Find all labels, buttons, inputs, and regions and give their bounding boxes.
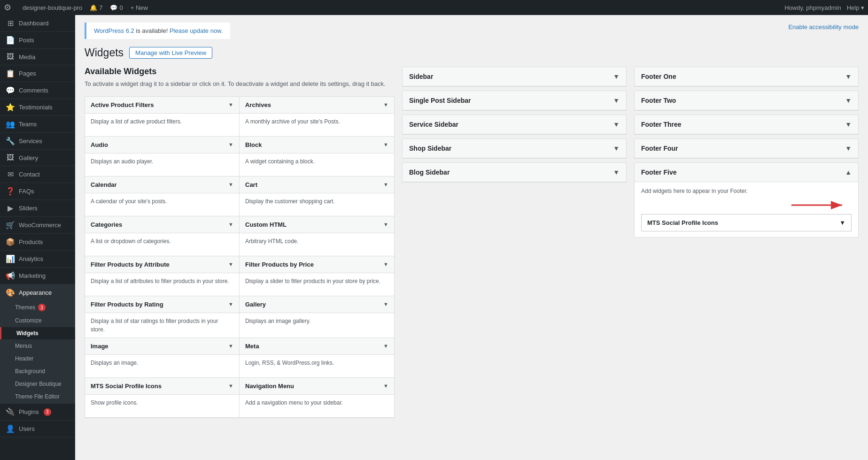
accessibility-mode-link[interactable]: Enable accessibility mode <box>788 23 859 31</box>
sidebar-area-footer-one: Footer One ▼ <box>634 67 859 87</box>
widget-cart-desc: Display the customer shopping cart. <box>240 193 394 216</box>
sidebar-item-products[interactable]: 📦 Products <box>0 234 75 251</box>
chevron-down-icon: ▼ <box>613 97 620 104</box>
sidebars-right-col: Footer One ▼ Footer Two ▼ Footer Three <box>634 67 859 238</box>
widget-gallery-desc: Displays an image gallery. <box>240 313 394 336</box>
chevron-down-icon: ▼ <box>228 142 233 147</box>
widget-navigation-menu-header[interactable]: Navigation Menu ▼ <box>240 378 394 395</box>
widget-image-header[interactable]: Image ▼ <box>85 338 239 355</box>
widget-categories: Categories ▼ A list or dropdown of categ… <box>85 216 240 256</box>
sidebar-item-media[interactable]: 🖼 Media <box>0 49 75 65</box>
widget-mts-social-header[interactable]: MTS Social Profile Icons ▼ <box>85 378 239 395</box>
comments-item[interactable]: 💬 0 <box>110 4 123 11</box>
widget-cart-header[interactable]: Cart ▼ <box>240 176 394 193</box>
widget-filter-attribute: Filter Products by Attribute ▼ Display a… <box>85 256 240 296</box>
main-menu: ⊞ Dashboard 📄 Posts 🖼 Media 📋 Pages 💬 Co… <box>0 15 75 437</box>
mts-social-widget-in-footer-five[interactable]: MTS Social Profile Icons ▼ <box>641 214 852 231</box>
chevron-down-icon: ▼ <box>383 261 388 267</box>
sidebar-item-pages[interactable]: 📋 Pages <box>0 65 75 82</box>
widget-custom-html: Custom HTML ▼ Arbitrary HTML code. <box>240 216 394 256</box>
submenu-menus[interactable]: Menus <box>0 340 75 353</box>
update-link[interactable]: Please update now. <box>170 27 223 34</box>
sidebar-header-blog[interactable]: Blog Sidebar ▼ <box>403 163 626 182</box>
chevron-down-icon: ▼ <box>383 182 388 187</box>
sidebar-item-appearance[interactable]: 🎨 Appearance Themes 3 Customize Widgets … <box>0 284 75 404</box>
sidebar-header-footer-one[interactable]: Footer One ▼ <box>635 67 858 86</box>
available-widgets-desc: To activate a widget drag it to a sideba… <box>85 79 395 89</box>
new-content-item[interactable]: + New <box>131 4 148 11</box>
sidebar-item-services[interactable]: 🔧 Services <box>0 133 75 150</box>
submenu-theme-file-editor[interactable]: Theme File Editor <box>0 391 75 403</box>
widget-filter-rating: Filter Products by Rating ▼ Display a li… <box>85 296 240 338</box>
widget-active-product-filters: Active Product Filters ▼ Display a list … <box>85 97 240 137</box>
chevron-down-icon: ▼ <box>845 145 852 152</box>
widget-filter-attribute-header[interactable]: Filter Products by Attribute ▼ <box>85 256 239 273</box>
widget-audio-header[interactable]: Audio ▼ <box>85 137 239 153</box>
sidebar-header-footer-three[interactable]: Footer Three ▼ <box>635 115 858 134</box>
sidebar-item-contact[interactable]: ✉ Contact <box>0 166 75 183</box>
widget-calendar-header[interactable]: Calendar ▼ <box>85 176 239 193</box>
notice-text: is available! <box>134 27 168 34</box>
page-title: Widgets <box>85 46 124 59</box>
widget-filter-rating-header[interactable]: Filter Products by Rating ▼ <box>85 296 239 313</box>
submenu-themes[interactable]: Themes 3 <box>0 301 75 314</box>
wp-version-link[interactable]: WordPress 6.2 <box>94 27 134 34</box>
submenu-header[interactable]: Header <box>0 353 75 365</box>
chevron-down-icon: ▼ <box>383 142 388 147</box>
chevron-down-icon: ▼ <box>228 102 233 107</box>
widget-cart: Cart ▼ Display the customer shopping car… <box>240 176 394 216</box>
sidebar-item-teams[interactable]: 👥 Teams <box>0 116 75 133</box>
sidebars-section: Sidebar ▼ Single Post Sidebar ▼ Service … <box>402 67 859 238</box>
widget-calendar-desc: A calendar of your site's posts. <box>85 193 239 216</box>
submenu-designer-boutique[interactable]: Designer Boutique <box>0 378 75 391</box>
sidebar-item-gallery[interactable]: 🖼 Gallery <box>0 150 75 166</box>
chevron-down-icon: ▼ <box>845 73 852 80</box>
available-widgets-section: Available Widgets To activate a widget d… <box>85 67 395 418</box>
widget-filter-price-header[interactable]: Filter Products by Price ▼ <box>240 256 394 273</box>
submenu-customize[interactable]: Customize <box>0 314 75 327</box>
sidebar-item-dashboard[interactable]: ⊞ Dashboard <box>0 15 75 32</box>
widget-categories-header[interactable]: Categories ▼ <box>85 216 239 233</box>
widget-custom-html-header[interactable]: Custom HTML ▼ <box>240 216 394 233</box>
widget-active-product-filters-header[interactable]: Active Product Filters ▼ <box>85 97 239 114</box>
chevron-down-icon: ▼ <box>383 343 388 349</box>
submenu-background[interactable]: Background <box>0 365 75 378</box>
sidebar-item-marketing[interactable]: 📢 Marketing <box>0 268 75 284</box>
sidebar-item-faqs[interactable]: ❓ FAQs <box>0 183 75 200</box>
sidebar-header-footer-two[interactable]: Footer Two ▼ <box>635 91 858 110</box>
sidebar-header-footer-five[interactable]: Footer Five ▲ <box>635 163 858 182</box>
wp-logo[interactable]: ⚙ <box>4 2 11 13</box>
sidebar-header-sidebar[interactable]: Sidebar ▼ <box>403 67 626 86</box>
red-arrow-icon <box>791 198 848 212</box>
chevron-down-icon: ▼ <box>383 222 388 227</box>
sidebar-item-users[interactable]: 👤 Users <box>0 421 75 437</box>
sidebar-item-comments[interactable]: 💬 Comments <box>0 82 75 99</box>
sidebar-header-service[interactable]: Service Sidebar ▼ <box>403 115 626 134</box>
submenu-widgets[interactable]: Widgets <box>0 327 75 340</box>
sidebar-item-analytics[interactable]: 📊 Analytics <box>0 251 75 268</box>
sidebar-item-testimonials[interactable]: ⭐ Testimonials <box>0 99 75 116</box>
site-name[interactable]: designer-boutique-pro <box>23 4 82 11</box>
sidebar-header-shop[interactable]: Shop Sidebar ▼ <box>403 139 626 158</box>
chevron-down-icon: ▼ <box>845 97 852 104</box>
sidebar-item-posts[interactable]: 📄 Posts <box>0 32 75 49</box>
widget-meta-header[interactable]: Meta ▼ <box>240 338 394 355</box>
footer-five-content: Add widgets here to appear in your Foote… <box>635 182 858 237</box>
help-button[interactable]: Help ▾ <box>847 4 864 11</box>
manage-preview-button[interactable]: Manage with Live Preview <box>129 47 212 59</box>
sidebar-header-single-post[interactable]: Single Post Sidebar ▼ <box>403 91 626 110</box>
widget-meta-desc: Login, RSS, & WordPress.org links. <box>240 355 394 377</box>
chevron-down-icon: ▼ <box>613 73 620 80</box>
sidebar-item-plugins[interactable]: 🔌 Plugins 3 <box>0 404 75 421</box>
chevron-down-icon: ▼ <box>613 145 620 152</box>
sidebar-header-footer-four[interactable]: Footer Four ▼ <box>635 139 858 158</box>
widget-gallery-header[interactable]: Gallery ▼ <box>240 296 394 313</box>
widget-block-header[interactable]: Block ▼ <box>240 137 394 153</box>
widget-block-desc: A widget containing a block. <box>240 153 394 176</box>
widget-archives-header[interactable]: Archives ▼ <box>240 97 394 114</box>
updates-item[interactable]: 🔔 7 <box>90 4 102 11</box>
sidebar-item-woocommerce[interactable]: 🛒 WooCommerce <box>0 217 75 234</box>
sidebar-item-sliders[interactable]: ▶ Sliders <box>0 200 75 217</box>
chevron-down-icon: ▼ <box>613 121 620 128</box>
chevron-down-icon: ▼ <box>383 383 388 389</box>
